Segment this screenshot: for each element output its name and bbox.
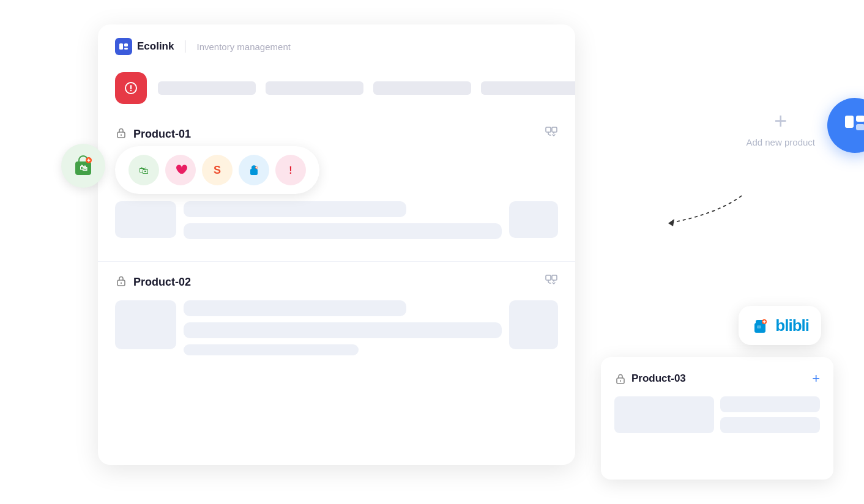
svg-rect-26 bbox=[552, 275, 557, 280]
product-02-block-4 bbox=[184, 344, 359, 355]
svg-point-5 bbox=[130, 90, 132, 91]
channels-pill-container: 🛍 S bbox=[115, 146, 558, 194]
blibli-badge: blibli bbox=[739, 306, 821, 345]
ecolink-name: Ecolink bbox=[137, 40, 174, 53]
product-02-block-2 bbox=[184, 300, 406, 316]
product-03-header: Product-03 + bbox=[614, 371, 820, 387]
lock-icon-01 bbox=[115, 127, 127, 142]
svg-text:🛍: 🛍 bbox=[139, 165, 149, 176]
sync-icon-01[interactable] bbox=[545, 126, 558, 143]
svg-rect-2 bbox=[124, 48, 128, 50]
header-divider bbox=[185, 40, 185, 53]
add-new-label: Add new product bbox=[746, 137, 815, 147]
product-03-block-1 bbox=[614, 396, 714, 433]
shopee-channel-icon[interactable]: S bbox=[202, 155, 233, 185]
product-01-block-4 bbox=[509, 201, 558, 238]
product-03-blocks bbox=[614, 396, 820, 466]
product-02-name: Product-02 bbox=[133, 276, 191, 289]
product-01-header: Product-01 bbox=[115, 114, 558, 143]
svg-text:S: S bbox=[214, 164, 221, 176]
svg-rect-33 bbox=[757, 325, 761, 328]
product-03-block-right bbox=[720, 396, 820, 433]
ecolink-logo-icon bbox=[115, 38, 132, 55]
svg-rect-25 bbox=[546, 275, 551, 280]
blibli-bag-icon bbox=[751, 314, 773, 336]
blibli-text: blibli bbox=[775, 316, 809, 335]
add-channel-plus-icon[interactable]: + bbox=[812, 371, 820, 387]
lock-icon-03 bbox=[614, 372, 627, 385]
sync-icon-02[interactable] bbox=[545, 274, 558, 291]
product-03-title: Product-03 bbox=[614, 372, 686, 385]
svg-rect-16 bbox=[250, 169, 258, 175]
product-02-section: Product-02 bbox=[98, 262, 575, 372]
product-02-block-5 bbox=[509, 300, 558, 349]
tokopedia-channel-icon[interactable]: 🛍 bbox=[128, 155, 159, 185]
product-03-block-2 bbox=[720, 396, 820, 412]
product-01-block-1 bbox=[115, 201, 176, 238]
product-01-name: Product-01 bbox=[133, 128, 191, 141]
svg-rect-0 bbox=[119, 43, 123, 50]
product-03-block-3 bbox=[720, 417, 820, 433]
toolbar-row bbox=[98, 66, 575, 114]
svg-rect-8 bbox=[546, 127, 551, 132]
product-02-content bbox=[115, 300, 558, 355]
ecolink-logo: Ecolink bbox=[115, 38, 174, 55]
svg-text:🛍: 🛍 bbox=[80, 163, 88, 172]
svg-rect-9 bbox=[552, 127, 557, 132]
svg-rect-37 bbox=[856, 116, 864, 122]
product-01-section: Product-01 🛍 bbox=[98, 114, 575, 256]
dashboard-view-button[interactable] bbox=[827, 98, 864, 153]
add-new-product-area: + Add new product bbox=[746, 110, 815, 147]
product-02-title: Product-02 bbox=[115, 275, 191, 290]
product-01-block-3 bbox=[184, 223, 502, 239]
dashed-arrow bbox=[631, 190, 754, 239]
svg-text:!: ! bbox=[289, 165, 292, 176]
toolbar-ph-2 bbox=[266, 81, 363, 95]
svg-rect-36 bbox=[845, 116, 854, 128]
channels-pill: 🛍 S bbox=[115, 146, 319, 194]
product-02-block-1 bbox=[115, 300, 176, 349]
blibli-channel-icon[interactable] bbox=[239, 155, 269, 185]
card-header: Ecolink Inventory management bbox=[98, 24, 575, 66]
heart-channel-icon[interactable] bbox=[165, 155, 196, 185]
product-03-card: Product-03 + bbox=[601, 357, 833, 480]
product-03-name: Product-03 bbox=[631, 372, 686, 385]
toolbar-ph-3 bbox=[373, 81, 471, 95]
product-02-block-3 bbox=[184, 322, 502, 338]
product-01-content bbox=[115, 201, 558, 239]
toolbar-ph-4 bbox=[481, 81, 575, 95]
grid-view-icon bbox=[841, 111, 864, 139]
toolbar-placeholders bbox=[158, 81, 575, 95]
main-inventory-card: Ecolink Inventory management bbox=[98, 24, 575, 465]
bukalapak-channel-icon[interactable]: ! bbox=[275, 155, 306, 185]
product-01-title: Product-01 bbox=[115, 127, 191, 142]
product-02-header: Product-02 bbox=[115, 262, 558, 291]
header-subtitle: Inventory management bbox=[196, 42, 290, 52]
lock-icon-02 bbox=[115, 275, 127, 290]
tokopedia-float-icon[interactable]: 🛍 bbox=[61, 144, 105, 188]
add-plus-icon: + bbox=[774, 110, 787, 132]
svg-marker-27 bbox=[668, 219, 674, 226]
svg-rect-1 bbox=[124, 43, 128, 46]
alert-button[interactable] bbox=[115, 72, 147, 104]
svg-rect-38 bbox=[856, 124, 864, 130]
toolbar-ph-1 bbox=[158, 81, 256, 95]
product-01-block-2 bbox=[184, 201, 406, 217]
